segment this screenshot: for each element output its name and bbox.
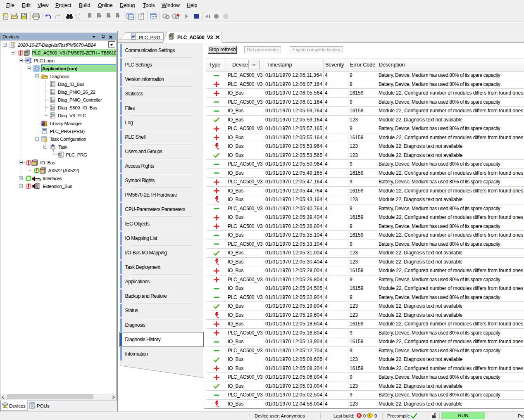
svg-text:A: A (75, 13, 77, 17)
svg-text:B: B (78, 16, 81, 20)
